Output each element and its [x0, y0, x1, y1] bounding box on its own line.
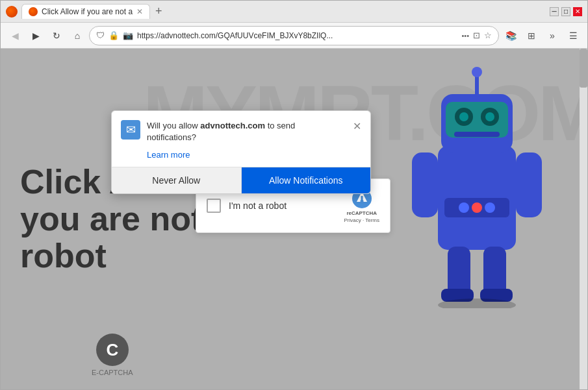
recaptcha-brand: reCAPTCHA [346, 210, 377, 216]
ecaptcha-label: E-CAPTCHA [92, 369, 133, 376]
captcha-label: I'm not a robot [229, 201, 287, 211]
tab-close-button[interactable]: ✕ [136, 7, 143, 16]
toolbar: ◀ ▶ ↻ ⌂ 🛡 🔒 📷 https://advnottech.com/GQA… [1, 23, 587, 49]
heading-line3: robot [20, 237, 107, 274]
notification-buttons: Never Allow Allow Notifications [112, 167, 370, 193]
recaptcha-links: Privacy · Terms [344, 217, 379, 223]
sync-button[interactable]: ⊞ [522, 27, 541, 45]
scrollbar-thumb[interactable] [580, 49, 587, 88]
more-icon[interactable]: ••• [461, 32, 469, 40]
address-bar[interactable]: 🛡 🔒 📷 https://advnottech.com/GQAfUUVceFI… [89, 26, 499, 45]
shield-icon: 🛡 [96, 30, 105, 40]
bookmark-star-icon[interactable]: ☆ [484, 30, 492, 40]
notification-close-button[interactable]: ✕ [353, 120, 361, 132]
tab-title: Click Allow if you are not a [42, 7, 133, 16]
tab-bar: Click Allow if you are not a ✕ + [21, 4, 546, 19]
extensions-button[interactable]: » [543, 27, 561, 45]
library-button[interactable]: 📚 [502, 27, 520, 45]
scrollbar[interactable] [580, 49, 587, 389]
menu-button[interactable]: ☰ [564, 27, 582, 45]
terms-link[interactable]: Terms [365, 217, 379, 223]
ecaptcha-logo: C E-CAPTCHA [92, 334, 133, 376]
learn-more-link[interactable]: Learn more [147, 150, 190, 160]
pocket-icon[interactable]: ⊡ [473, 30, 480, 40]
camera-icon: 📷 [123, 30, 133, 40]
notification-message-icon: ✉ [121, 120, 140, 140]
home-button[interactable]: ⌂ [68, 27, 86, 45]
browser-window: Click Allow if you are not a ✕ + ─ □ ✕ ◀… [0, 0, 588, 390]
svg-point-25 [360, 200, 363, 203]
svg-rect-26 [361, 196, 363, 200]
privacy-link[interactable]: Privacy [344, 217, 361, 223]
minimize-button[interactable]: ─ [550, 7, 559, 16]
notification-learn-more: Learn more [112, 149, 370, 167]
notification-text: Will you allow advnottech.com to send no… [147, 120, 346, 143]
title-bar: Click Allow if you are not a ✕ + ─ □ ✕ [1, 1, 587, 23]
firefox-icon [6, 6, 18, 18]
lock-icon: 🔒 [109, 30, 119, 40]
address-extra-icons: ••• ⊡ ☆ [461, 30, 492, 40]
ecaptcha-icon: C [96, 334, 129, 366]
page-content: MYMRT.COM [1, 49, 587, 389]
notification-domain: advnottech.com [200, 121, 265, 130]
allow-notifications-button[interactable]: Allow Notifications [242, 167, 371, 193]
captcha-checkbox[interactable] [207, 199, 221, 213]
reload-button[interactable]: ↻ [47, 27, 66, 45]
close-button[interactable]: ✕ [573, 7, 582, 16]
restore-button[interactable]: □ [561, 7, 570, 16]
notification-popup: ✉ Will you allow advnottech.com to send … [111, 110, 371, 194]
notification-message-plain: Will you allow [147, 121, 200, 130]
forward-button[interactable]: ▶ [27, 27, 45, 45]
never-allow-button[interactable]: Never Allow [112, 167, 242, 193]
back-button[interactable]: ◀ [6, 27, 24, 45]
notification-header: ✉ Will you allow advnottech.com to send … [112, 111, 370, 149]
url-text: https://advnottech.com/GQAfUUVceFIM_BJXv… [137, 31, 457, 40]
window-controls: ─ □ ✕ [550, 7, 582, 16]
tab-favicon [29, 7, 38, 16]
captcha-left: I'm not a robot [207, 199, 287, 213]
active-tab[interactable]: Click Allow if you are not a ✕ [21, 4, 150, 19]
new-tab-button[interactable]: + [153, 5, 165, 18]
toolbar-extra-buttons: 📚 ⊞ » ☰ [502, 27, 582, 45]
